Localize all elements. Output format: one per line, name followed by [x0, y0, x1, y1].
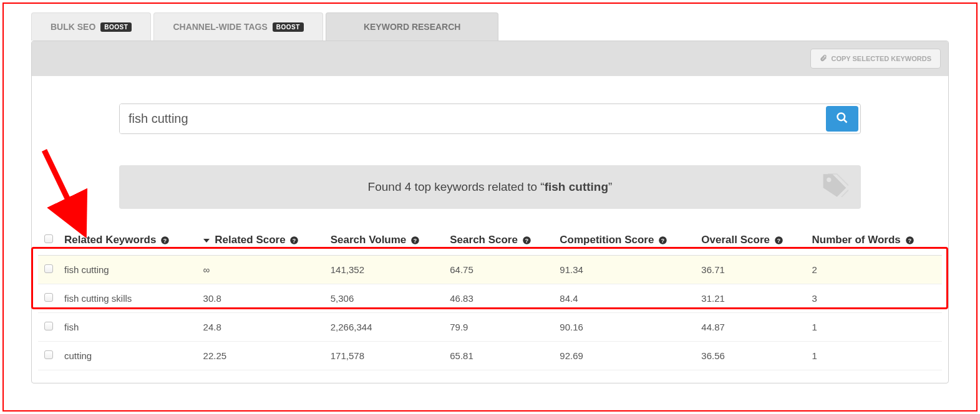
- cell-num-words: 1: [807, 313, 943, 342]
- tab-label: BULK SEO: [51, 22, 95, 32]
- toolbar: COPY SELECTED KEYWORDS: [32, 41, 948, 76]
- search-area: [32, 76, 948, 134]
- col-number-of-words[interactable]: Number of Words ?: [807, 228, 943, 256]
- help-icon[interactable]: ?: [522, 236, 531, 245]
- tab-bulk-seo[interactable]: BULK SEO BOOST: [31, 12, 151, 41]
- svg-point-0: [838, 113, 845, 121]
- cell-search-score: 46.83: [445, 284, 555, 313]
- svg-text:?: ?: [661, 238, 664, 244]
- keyword-search-input[interactable]: [120, 104, 824, 133]
- svg-line-1: [844, 120, 847, 123]
- cell-search-volume: 171,578: [326, 342, 445, 370]
- content-panel: COPY SELECTED KEYWORDS Found 4 top keywo…: [31, 41, 949, 383]
- copy-label: COPY SELECTED KEYWORDS: [831, 55, 931, 62]
- table-row: fish24.82,266,34479.990.1644.871: [38, 313, 942, 342]
- sort-desc-icon: [203, 239, 210, 243]
- keywords-table-wrap: Related Keywords ? Related Score ? Searc…: [32, 228, 948, 383]
- tab-label: CHANNEL-WIDE TAGS: [173, 22, 267, 32]
- svg-text:?: ?: [414, 238, 417, 244]
- row-checkbox[interactable]: [44, 264, 53, 273]
- help-icon[interactable]: ?: [905, 236, 915, 245]
- tab-keyword-research[interactable]: KEYWORD RESEARCH: [326, 12, 499, 41]
- col-search-volume[interactable]: Search Volume ?: [326, 228, 445, 256]
- svg-text:?: ?: [525, 238, 528, 244]
- cell-search-volume: 5,306: [326, 284, 445, 313]
- cell-overall-score: 44.87: [696, 313, 807, 342]
- search-button[interactable]: [826, 106, 858, 132]
- cell-num-words: 2: [807, 256, 943, 284]
- tags-icon: [821, 172, 848, 203]
- col-competition-score[interactable]: Competition Score ?: [555, 228, 696, 256]
- cell-overall-score: 31.21: [696, 284, 807, 313]
- svg-text:?: ?: [293, 238, 296, 244]
- table-row: cutting22.25171,57865.8192.6936.561: [38, 342, 942, 370]
- cell-search-score: 79.9: [445, 313, 555, 342]
- banner-term: fish cutting: [545, 180, 608, 193]
- cell-related-score: ∞: [198, 256, 326, 284]
- boost-badge: BOOST: [100, 22, 132, 32]
- row-checkbox[interactable]: [44, 322, 53, 330]
- col-related-score[interactable]: Related Score ?: [198, 228, 326, 256]
- cell-competition-score: 90.16: [555, 313, 696, 342]
- cell-competition-score: 84.4: [555, 284, 696, 313]
- cell-search-score: 64.75: [445, 256, 555, 284]
- copy-selected-keywords-button[interactable]: COPY SELECTED KEYWORDS: [810, 49, 941, 69]
- cell-num-words: 3: [807, 284, 943, 313]
- cell-search-volume: 2,266,344: [326, 313, 445, 342]
- table-row: fish cutting∞141,35264.7591.3436.712: [38, 256, 942, 284]
- help-icon[interactable]: ?: [160, 236, 170, 245]
- cell-competition-score: 91.34: [555, 256, 696, 284]
- help-icon[interactable]: ?: [658, 236, 667, 245]
- table-row: fish cutting skills30.85,30646.8384.431.…: [38, 284, 942, 313]
- cell-keyword: fish cutting: [59, 256, 198, 284]
- cell-related-score: 24.8: [198, 313, 326, 342]
- tab-label: KEYWORD RESEARCH: [364, 22, 461, 32]
- select-all-checkbox[interactable]: [44, 234, 53, 243]
- cell-related-score: 30.8: [198, 284, 326, 313]
- svg-text:?: ?: [163, 238, 167, 244]
- cell-keyword: fish cutting skills: [59, 284, 198, 313]
- banner-suffix: ”: [608, 180, 612, 193]
- results-banner: Found 4 top keywords related to “fish cu…: [119, 165, 861, 209]
- help-icon[interactable]: ?: [410, 236, 420, 245]
- col-overall-score[interactable]: Overall Score ?: [696, 228, 807, 256]
- row-checkbox[interactable]: [44, 293, 53, 302]
- help-icon[interactable]: ?: [289, 236, 299, 245]
- banner-prefix: Found 4 top keywords related to “: [368, 180, 545, 193]
- boost-badge: BOOST: [273, 22, 304, 32]
- cell-search-score: 65.81: [445, 342, 555, 370]
- help-icon[interactable]: ?: [774, 236, 784, 245]
- col-related-keywords[interactable]: Related Keywords ?: [59, 228, 198, 256]
- cell-keyword: fish: [59, 313, 198, 342]
- cell-search-volume: 141,352: [326, 256, 445, 284]
- tab-bar: BULK SEO BOOST CHANNEL-WIDE TAGS BOOST K…: [31, 12, 976, 41]
- cell-overall-score: 36.56: [696, 342, 807, 370]
- cell-num-words: 1: [807, 342, 943, 370]
- paperclip-icon: [820, 54, 827, 63]
- screenshot-frame: BULK SEO BOOST CHANNEL-WIDE TAGS BOOST K…: [2, 2, 978, 412]
- svg-text:?: ?: [777, 238, 780, 244]
- row-checkbox[interactable]: [44, 350, 53, 359]
- table-header-row: Related Keywords ? Related Score ? Searc…: [38, 228, 942, 256]
- tab-channel-wide-tags[interactable]: CHANNEL-WIDE TAGS BOOST: [153, 12, 323, 41]
- svg-text:?: ?: [908, 238, 911, 244]
- keywords-table: Related Keywords ? Related Score ? Searc…: [38, 228, 942, 370]
- cell-competition-score: 92.69: [555, 342, 696, 370]
- cell-related-score: 22.25: [198, 342, 326, 370]
- col-search-score[interactable]: Search Score ?: [445, 228, 555, 256]
- cell-keyword: cutting: [59, 342, 198, 370]
- search-icon: [836, 112, 848, 126]
- cell-overall-score: 36.71: [696, 256, 807, 284]
- search-group: [119, 104, 861, 134]
